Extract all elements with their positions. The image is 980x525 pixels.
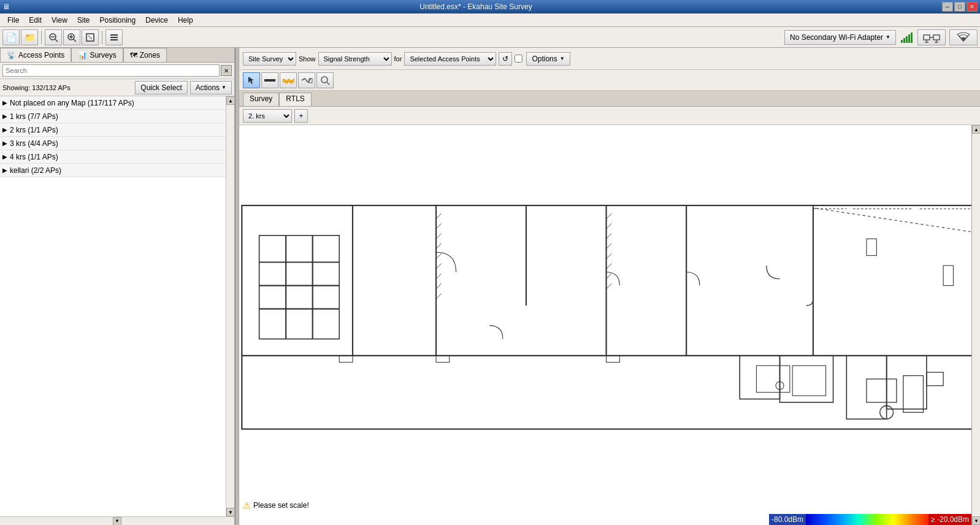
scroll-down-arrow[interactable]: ▼ [226,508,234,516]
properties-button[interactable] [105,29,123,45]
tab-bar: 📡 Access Points 📊 Surveys 🗺 Zones [0,48,234,63]
surveys-tab-icon: 📊 [78,51,87,59]
map-scroll-down[interactable]: ▼ [972,516,980,525]
map-scrollbar-v[interactable]: ▲ ▼ [971,125,980,525]
svg-line-57 [607,274,612,279]
menu-item-device[interactable]: Device [140,15,173,26]
ap-tab-icon: 📡 [7,51,16,59]
svg-rect-69 [903,376,924,413]
menubar: FileEditViewSitePositioningDeviceHelp [0,13,980,27]
search-clear-button[interactable]: ✕ [221,65,232,76]
wall-tool-button[interactable] [261,72,278,88]
toolbar-separator-2 [102,31,102,44]
svg-line-43 [436,223,442,229]
signal-type-dropdown[interactable]: Signal Strength [318,52,392,66]
zoom-fit-button[interactable] [82,29,99,45]
survey-mode-dropdown[interactable]: Site Survey [243,52,296,66]
tab-zones[interactable]: 🗺 Zones [123,48,167,62]
svg-point-22 [321,77,327,83]
ap-group-kellari[interactable]: ▶kellari (2/2 APs) [0,164,234,177]
ap-group-arrow: ▶ [2,153,7,160]
svg-line-8 [88,36,92,39]
refresh-button[interactable]: ↺ [499,52,512,66]
add-floor-button[interactable]: + [294,109,308,123]
ap-group-4krs[interactable]: ▶4 krs (1/1 APs) [0,150,234,164]
svg-rect-41 [887,356,927,409]
ap-group-arrow: ▶ [2,113,7,120]
wave-tool-2-button[interactable] [298,72,315,88]
signal-gradient-bar [806,514,928,525]
ap-group-arrow: ▶ [2,167,7,174]
close-button[interactable]: ✕ [967,2,978,12]
ap-group-label: Not placed on any Map (117/117 APs) [10,99,134,107]
maximize-button[interactable]: □ [954,2,965,12]
ap-group-2krs[interactable]: ▶2 krs (1/1 APs) [0,123,234,137]
ap-groups-container: ▶Not placed on any Map (117/117 APs)▶1 k… [0,96,234,177]
zoom-in-button[interactable] [63,29,80,45]
menu-item-site[interactable]: Site [72,15,95,26]
ap-filter-dropdown[interactable]: Selected Access Points [404,52,496,66]
floor-dropdown[interactable]: 2. krs [243,109,292,123]
ap-group-label: 1 krs (7/7 APs) [10,112,58,121]
bottom-scroll-arrow[interactable]: ▼ [113,517,121,526]
ap-group-not-placed[interactable]: ▶Not placed on any Map (117/117 APs) [0,96,234,110]
actions-dropdown-arrow: ▼ [221,85,226,90]
tab-access-points[interactable]: 📡 Access Points [0,48,71,62]
svg-line-51 [607,213,612,219]
connect-button-2[interactable] [949,29,978,45]
search-input[interactable] [2,64,220,77]
map-scroll-track [972,134,980,516]
wifi-adapter-selector[interactable]: No Secondary Wi-Fi Adapter ▼ [784,30,896,45]
ap-list[interactable]: ▲ ▼ ▶Not placed on any Map (117/117 APs)… [0,96,234,516]
svg-rect-63 [867,239,876,255]
tab-survey[interactable]: Survey [243,93,279,106]
tab-surveys[interactable]: 📊 Surveys [71,48,123,62]
svg-line-46 [436,253,442,259]
tab-rtls[interactable]: RTLS [279,93,311,106]
ap-group-arrow: ▶ [2,140,7,147]
connect-button-1[interactable] [917,29,946,45]
signal-min-label: -80.0dBm [769,514,806,525]
new-button[interactable]: 📄 [2,29,20,45]
options-button[interactable]: Options ▼ [526,52,570,66]
svg-rect-12 [924,35,930,40]
minimize-button[interactable]: ─ [942,2,953,12]
cursor-tool-button[interactable] [243,72,260,88]
scale-warning-text: Please set scale! [253,501,309,510]
actions-button[interactable]: Actions ▼ [190,81,232,94]
menu-item-file[interactable]: File [2,15,24,26]
map-canvas[interactable]: ⚠ Please set scale! -80.0dBm ≥ -20.0dBm … [239,125,980,525]
map-scroll-up[interactable]: ▲ [972,125,980,134]
menu-item-view[interactable]: View [47,15,72,26]
menu-item-positioning[interactable]: Positioning [95,15,141,26]
svg-rect-73 [756,366,789,393]
wifi-adapter-label: No Secondary Wi-Fi Adapter [790,33,883,42]
sig-bar-4 [908,34,910,43]
svg-line-54 [607,243,612,249]
signal-strength-indicator [900,31,914,44]
ap-count: Showing: 132/132 APs [2,84,135,91]
refresh-controls: ↺ [499,52,524,66]
survey-toolbar: Site Survey Show Signal Strength for Sel… [239,48,980,70]
wave-tool-1-button[interactable] [280,72,297,88]
magnify-tool-button[interactable] [316,72,334,88]
ap-group-3krs[interactable]: ▶3 krs (4/4 APs) [0,137,234,150]
scroll-up-arrow[interactable]: ▲ [226,96,234,105]
svg-line-62 [815,208,973,232]
ap-list-scrollbar[interactable]: ▲ ▼ [226,96,234,516]
svg-rect-70 [927,372,943,386]
wifi-dropdown-arrow: ▼ [886,34,890,40]
zoom-out-button[interactable] [45,29,62,45]
open-button[interactable]: 📁 [21,29,38,45]
svg-rect-9 [110,34,118,36]
ap-group-1krs[interactable]: ▶1 krs (7/7 APs) [0,110,234,123]
svg-line-23 [327,82,329,85]
auto-refresh-checkbox[interactable] [515,55,523,63]
zones-tab-icon: 🗺 [130,51,137,59]
menu-item-edit[interactable]: Edit [24,15,47,26]
surveys-tab-label: Surveys [90,51,116,59]
ap-group-arrow: ▶ [2,126,7,133]
quick-select-button[interactable]: Quick Select [135,81,187,94]
signal-max-label: ≥ -20.0dBm [928,514,971,525]
menu-item-help[interactable]: Help [173,15,198,26]
